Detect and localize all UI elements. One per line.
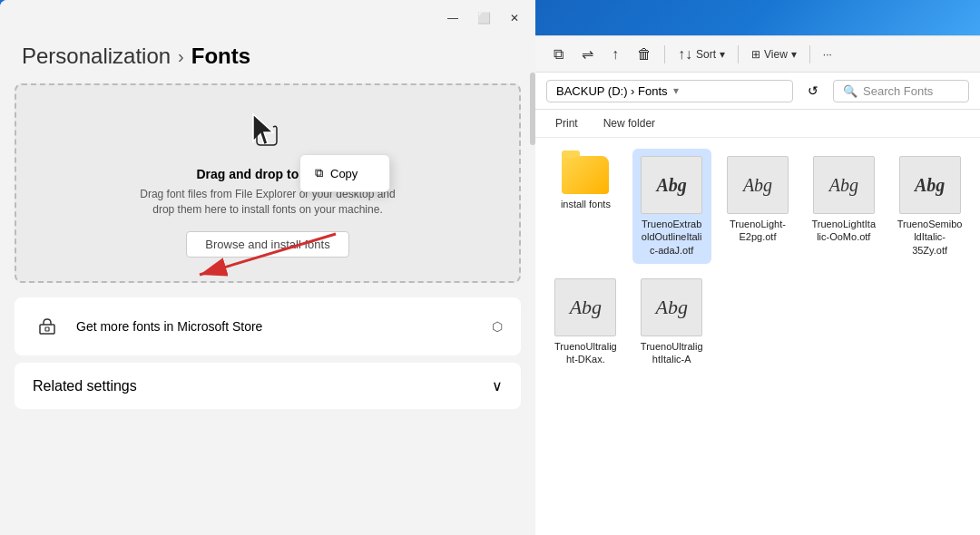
font-preview-text-5: Abg (570, 296, 602, 319)
related-settings-chevron: ∨ (492, 377, 503, 394)
sort-button[interactable]: ↑↓ Sort ▾ (671, 43, 732, 66)
breadcrumb-area: Personalization › Fonts (0, 36, 535, 83)
font-preview-3: Abg (813, 156, 875, 214)
search-icon: 🔍 (843, 84, 858, 98)
breadcrumb-current: Fonts (191, 44, 250, 69)
font-preview-4: Abg (899, 156, 961, 214)
font-preview-text-3: Abg (829, 175, 858, 196)
path-text: BACKUP (D:) › Fonts (556, 84, 668, 98)
copy-toolbar-button[interactable]: ⧉ (546, 43, 571, 66)
toolbar-separator-1 (664, 45, 665, 63)
breadcrumb-parent[interactable]: Personalization (22, 44, 171, 69)
external-link-icon: ⬡ (492, 319, 503, 334)
font-preview-text-4: Abg (915, 175, 945, 196)
title-bar-controls: — ⬜ ✕ (439, 7, 528, 29)
close-button[interactable]: ✕ (501, 7, 528, 29)
font-preview-text-6: Abg (655, 296, 687, 319)
maximize-button[interactable]: ⬜ (470, 7, 497, 29)
copy-icon: ⧉ (315, 166, 323, 180)
file-name-5: TruenoUltralight-DKax. (553, 340, 618, 366)
breadcrumb: Personalization › Fonts (22, 44, 514, 69)
file-grid: install fonts Abg TruenoExtraboldOutline… (546, 149, 969, 373)
file-item-font-2[interactable]: Abg TruenoLight-E2pg.otf (719, 149, 798, 264)
store-item[interactable]: Get more fonts in Microsoft Store ⬡ (15, 297, 521, 355)
refresh-button[interactable]: ↺ (800, 78, 826, 103)
folder-icon (562, 156, 609, 194)
file-item-font-6[interactable]: Abg TruenoUltralightItalic-A (632, 271, 711, 374)
minimize-button[interactable]: — (439, 7, 466, 29)
toolbar-separator-2 (738, 45, 739, 63)
file-item-folder[interactable]: install fonts (546, 149, 625, 264)
context-menu: ⧉ Copy (299, 154, 390, 192)
settings-scrollbar[interactable] (530, 36, 535, 535)
toolbar-separator-3 (809, 45, 810, 63)
file-name-3: TruenoLightItalic-OoMo.otf (811, 218, 877, 244)
store-item-left: Get more fonts in Microsoft Store (33, 312, 262, 341)
title-bar: — ⬜ ✕ (0, 0, 535, 36)
file-name-4: TruenoSemiboldItalic-35Zy.otf (897, 218, 963, 257)
font-preview-text-2: Abg (743, 175, 772, 196)
view-label: View (764, 48, 788, 61)
file-name-1: TruenoExtraboldOutlineItalic-adaJ.otf (639, 218, 704, 257)
sort-label: Sort (696, 48, 716, 61)
browse-button[interactable]: Browse and install fonts (186, 231, 348, 258)
view-button[interactable]: ⊞ View ▾ (744, 44, 804, 64)
file-item-font-4[interactable]: Abg TruenoSemiboldItalic-35Zy.otf (890, 149, 969, 264)
file-item-font-1[interactable]: Abg TruenoExtraboldOutlineItalic-adaJ.ot… (632, 149, 711, 264)
delete-toolbar-button[interactable]: 🗑 (630, 43, 659, 66)
font-preview-1: Abg (641, 156, 702, 214)
sort-chevron-icon: ▾ (720, 48, 725, 61)
store-icon (33, 312, 62, 341)
window-container: — ⬜ ✕ Personalization › Fonts (0, 0, 980, 535)
drop-zone[interactable]: Drag and drop to install Drag font files… (15, 83, 521, 283)
delete-toolbar-icon: 🗑 (637, 46, 652, 63)
search-box[interactable]: 🔍 Search Fonts (833, 80, 969, 102)
explorer-toolbar: ⧉ ⇌ ↑ 🗑 ↑↓ Sort ▾ ⊞ View ▾ (535, 36, 980, 73)
file-item-font-3[interactable]: Abg TruenoLightItalic-OoMo.otf (804, 149, 883, 264)
related-settings-item[interactable]: Related settings ∨ (15, 363, 521, 409)
refresh-icon: ↺ (808, 83, 818, 98)
sort-icon: ↑↓ (678, 46, 692, 63)
explorer-title-bar (535, 0, 980, 36)
file-item-font-5[interactable]: Abg TruenoUltralight-DKax. (546, 271, 625, 374)
print-button[interactable]: Print (546, 113, 587, 133)
more-toolbar-button[interactable]: ··· (816, 44, 839, 64)
copy-menu-item[interactable]: ⧉ Copy (300, 159, 389, 188)
file-name-folder: install fonts (561, 198, 611, 210)
rename-toolbar-button[interactable]: ⇌ (574, 42, 601, 66)
share-toolbar-button[interactable]: ↑ (604, 43, 626, 66)
font-preview-6: Abg (641, 278, 702, 336)
copy-toolbar-icon: ⧉ (554, 46, 564, 63)
explorer-content: install fonts Abg TruenoExtraboldOutline… (535, 138, 980, 535)
settings-panel: — ⬜ ✕ Personalization › Fonts (0, 0, 535, 535)
file-name-2: TruenoLight-E2pg.otf (725, 218, 790, 244)
font-preview-text-1: Abg (657, 175, 687, 196)
svg-rect-3 (45, 327, 49, 331)
cursor-icon (244, 109, 291, 160)
explorer-address-bar: BACKUP (D:) › Fonts ▾ ↺ 🔍 Search Fonts (535, 73, 980, 110)
related-settings-label: Related settings (33, 378, 137, 394)
rename-toolbar-icon: ⇌ (582, 45, 593, 63)
view-chevron-icon: ▾ (791, 48, 797, 61)
more-icon: ··· (823, 48, 832, 61)
font-preview-2: Abg (727, 156, 789, 214)
new-folder-button[interactable]: New folder (594, 113, 664, 133)
path-dropdown-icon[interactable]: ▾ (673, 84, 679, 97)
search-placeholder: Search Fonts (863, 84, 933, 98)
file-name-6: TruenoUltralightItalic-A (639, 340, 704, 366)
font-preview-5: Abg (554, 278, 616, 336)
store-label: Get more fonts in Microsoft Store (76, 319, 262, 334)
view-icon: ⊞ (751, 48, 760, 61)
share-toolbar-icon: ↑ (612, 46, 619, 63)
explorer-sub-toolbar: Print New folder (535, 110, 980, 138)
address-path[interactable]: BACKUP (D:) › Fonts ▾ (546, 80, 793, 102)
svg-rect-2 (40, 325, 54, 334)
explorer-panel: ⧉ ⇌ ↑ 🗑 ↑↓ Sort ▾ ⊞ View ▾ (535, 0, 980, 535)
copy-label: Copy (330, 167, 358, 180)
settings-content: Drag and drop to install Drag font files… (0, 83, 535, 535)
breadcrumb-separator: › (178, 46, 184, 67)
